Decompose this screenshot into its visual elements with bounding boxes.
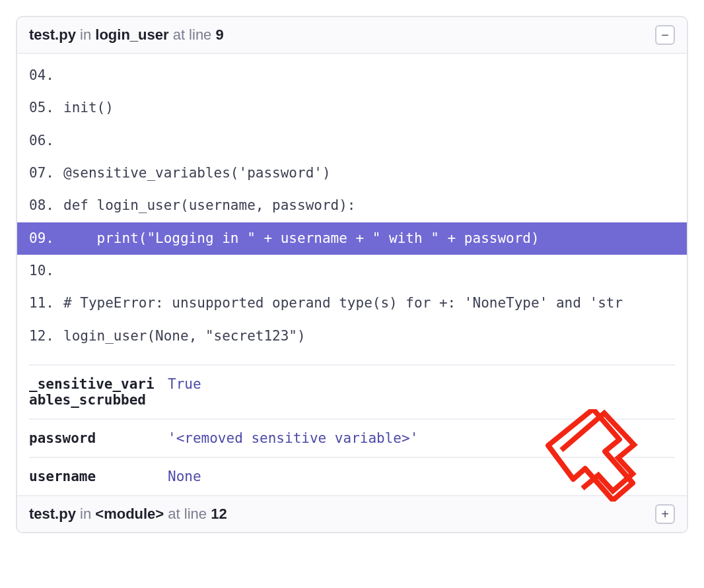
code-line: 11. # TypeError: unsupported operand typ… [17, 287, 687, 319]
code-line: 06. [17, 125, 687, 157]
expand-button[interactable]: + [655, 504, 675, 524]
variable-row: password'<removed sensitive variable>' [29, 418, 675, 457]
frame-at-line-word: at line [164, 506, 211, 522]
line-content: # TypeError: unsupported operand type(s)… [63, 287, 623, 319]
collapse-button[interactable]: − [655, 25, 675, 45]
frame-file: test.py [29, 506, 76, 522]
code-line: 05. init() [17, 92, 687, 124]
code-line: 04. [17, 59, 687, 92]
variable-value: '<removed sensitive variable>' [168, 430, 418, 446]
code-line-highlighted: 09. print("Logging in " + username + " w… [17, 222, 687, 255]
plus-icon: + [661, 507, 669, 521]
code-line: 10. [17, 255, 687, 287]
line-number: 06. [29, 125, 63, 157]
line-number: 07. [29, 157, 63, 189]
frame-func: login_user [95, 26, 168, 43]
frame-file: test.py [29, 26, 76, 43]
frame-line: 9 [215, 26, 223, 43]
frame-in-word: in [76, 26, 95, 43]
code-block: 04. 05. init()06. 07. @sensitive_variabl… [17, 54, 687, 358]
line-number: 12. [29, 320, 63, 352]
line-number: 04. [29, 59, 63, 92]
code-line: 07. @sensitive_variables('password') [17, 157, 687, 189]
variable-name: _sensitive_variables_scrubbed [29, 376, 168, 408]
frame-func: <module> [95, 506, 164, 522]
variable-name: username [29, 469, 168, 484]
frame-at-line-word: at line [169, 26, 216, 43]
line-content: @sensitive_variables('password') [63, 157, 331, 189]
code-line: 12. login_user(None, "secret123") [17, 320, 687, 352]
frame-in-word: in [76, 506, 95, 522]
variable-row: usernameNone [29, 457, 675, 495]
code-line: 08. def login_user(username, password): [17, 189, 687, 222]
line-content: login_user(None, "secret123") [63, 320, 306, 352]
line-number: 08. [29, 189, 63, 222]
line-content: init() [63, 92, 114, 124]
line-number: 10. [29, 255, 63, 287]
variable-value: True [168, 376, 201, 408]
frame-line: 12 [211, 506, 227, 522]
variable-row: _sensitive_variables_scrubbedTrue [29, 364, 675, 418]
stack-frame-panel: test.py in login_user at line 9 − 04. 05… [16, 16, 688, 533]
minus-icon: − [661, 28, 669, 42]
frame-header-bottom[interactable]: test.py in <module> at line 12 + [17, 495, 687, 532]
frame-title: test.py in login_user at line 9 [29, 26, 224, 44]
line-number: 11. [29, 287, 63, 319]
line-content: print("Logging in " + username + " with … [63, 222, 540, 255]
line-content: def login_user(username, password): [63, 189, 356, 222]
frame-header-top[interactable]: test.py in login_user at line 9 − [17, 17, 687, 54]
frame-title: test.py in <module> at line 12 [29, 506, 227, 523]
line-number: 05. [29, 92, 63, 124]
variables-section: _sensitive_variables_scrubbedTruepasswor… [17, 358, 687, 495]
line-number: 09. [29, 222, 63, 255]
variable-name: password [29, 430, 168, 446]
variable-value: None [168, 469, 201, 484]
